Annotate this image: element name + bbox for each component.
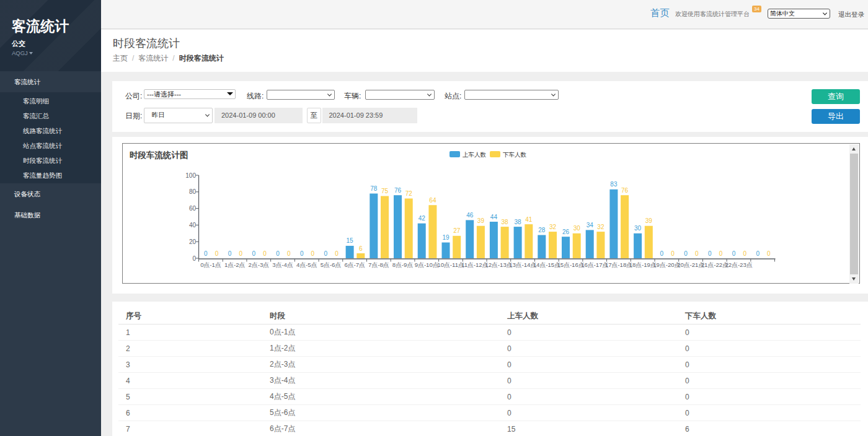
svg-text:8点-9点: 8点-9点 <box>392 261 414 268</box>
svg-text:39: 39 <box>645 217 653 224</box>
svg-text:0: 0 <box>660 250 664 257</box>
svg-text:32: 32 <box>597 224 604 230</box>
svg-text:46: 46 <box>466 212 474 219</box>
svg-text:34: 34 <box>587 222 594 229</box>
svg-text:30: 30 <box>634 225 642 232</box>
svg-text:26: 26 <box>562 229 570 235</box>
svg-text:0: 0 <box>708 250 712 257</box>
svg-text:0: 0 <box>300 250 304 257</box>
svg-text:3点-4点: 3点-4点 <box>272 261 293 268</box>
svg-text:30: 30 <box>574 225 581 232</box>
svg-text:0: 0 <box>204 250 208 257</box>
svg-text:38: 38 <box>502 219 509 225</box>
svg-text:0: 0 <box>215 250 219 257</box>
svg-text:0: 0 <box>767 250 771 257</box>
svg-text:42: 42 <box>418 215 426 222</box>
svg-text:83: 83 <box>610 181 618 188</box>
svg-text:6点-7点: 6点-7点 <box>344 261 365 268</box>
svg-text:15: 15 <box>347 237 354 244</box>
svg-text:0: 0 <box>684 250 688 257</box>
svg-text:40: 40 <box>189 222 197 229</box>
svg-text:28: 28 <box>538 227 546 233</box>
svg-text:22点-23点: 22点-23点 <box>725 261 752 268</box>
svg-text:0: 0 <box>732 250 736 257</box>
svg-text:9点-10点: 9点-10点 <box>415 261 439 268</box>
svg-text:0: 0 <box>276 250 280 257</box>
svg-text:0点-1点: 0点-1点 <box>200 261 221 268</box>
svg-text:75: 75 <box>381 188 389 194</box>
svg-text:0: 0 <box>228 250 232 257</box>
svg-text:32: 32 <box>549 224 557 230</box>
svg-text:72: 72 <box>405 190 413 197</box>
svg-text:5点-6点: 5点-6点 <box>321 261 342 268</box>
svg-text:39: 39 <box>477 217 485 224</box>
svg-text:20: 20 <box>189 238 197 245</box>
svg-text:44: 44 <box>490 214 498 220</box>
svg-text:0: 0 <box>252 250 256 257</box>
svg-text:0: 0 <box>335 250 339 257</box>
svg-text:38: 38 <box>515 219 522 225</box>
svg-text:0: 0 <box>719 250 723 257</box>
svg-text:7点-8点: 7点-8点 <box>368 261 389 268</box>
svg-text:1点-2点: 1点-2点 <box>224 261 246 268</box>
svg-text:6: 6 <box>359 245 363 252</box>
svg-text:60: 60 <box>189 205 197 212</box>
svg-text:11点-12点: 11点-12点 <box>461 261 489 268</box>
svg-text:76: 76 <box>394 187 402 194</box>
svg-text:4点-5点: 4点-5点 <box>296 261 317 268</box>
svg-text:0: 0 <box>695 250 699 257</box>
svg-text:0: 0 <box>239 250 243 257</box>
svg-text:76: 76 <box>621 187 629 194</box>
svg-text:64: 64 <box>429 197 436 204</box>
svg-text:19点-20点: 19点-20点 <box>653 261 680 268</box>
svg-text:0: 0 <box>311 250 315 257</box>
svg-text:78: 78 <box>370 185 378 192</box>
svg-text:0: 0 <box>756 250 760 257</box>
svg-text:0: 0 <box>263 250 267 257</box>
svg-text:2点-3点: 2点-3点 <box>249 261 270 268</box>
svg-text:0: 0 <box>192 255 196 262</box>
svg-text:100: 100 <box>185 172 196 179</box>
svg-text:0: 0 <box>287 250 291 257</box>
svg-text:80: 80 <box>189 188 197 195</box>
svg-text:0: 0 <box>743 250 746 257</box>
svg-text:19: 19 <box>442 234 450 241</box>
svg-text:41: 41 <box>525 216 533 223</box>
svg-text:27: 27 <box>453 227 461 234</box>
svg-text:0: 0 <box>324 250 328 257</box>
svg-text:10点-11点: 10点-11点 <box>437 261 464 268</box>
svg-text:0: 0 <box>671 250 675 257</box>
